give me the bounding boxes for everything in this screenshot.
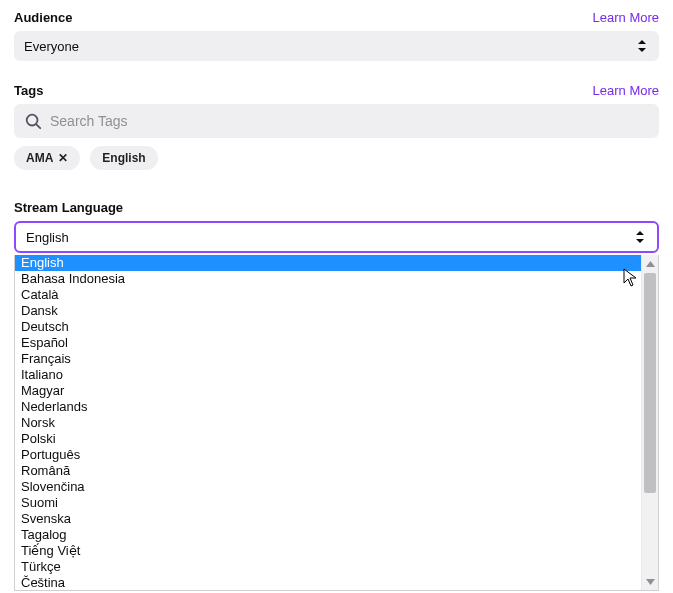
language-option[interactable]: Türkçe bbox=[15, 559, 641, 575]
dropdown-scrollbar[interactable] bbox=[641, 255, 658, 590]
scroll-thumb[interactable] bbox=[644, 273, 656, 493]
tags-label: Tags bbox=[14, 83, 43, 98]
stream-language-select-value: English bbox=[26, 230, 633, 245]
svg-point-0 bbox=[27, 115, 38, 126]
svg-line-1 bbox=[37, 125, 41, 129]
language-option[interactable]: English bbox=[15, 255, 641, 271]
language-option[interactable]: Bahasa Indonesia bbox=[15, 271, 641, 287]
language-option[interactable]: Català bbox=[15, 287, 641, 303]
scroll-down-button[interactable] bbox=[642, 573, 658, 590]
language-option[interactable]: Suomi bbox=[15, 495, 641, 511]
updown-caret-icon bbox=[635, 39, 649, 53]
tag-remove-icon[interactable]: ✕ bbox=[58, 151, 68, 165]
tags-search-input[interactable] bbox=[50, 113, 649, 129]
tags-search-field[interactable] bbox=[14, 104, 659, 138]
language-option[interactable]: Tiếng Việt bbox=[15, 543, 641, 559]
language-option[interactable]: Svenska bbox=[15, 511, 641, 527]
audience-learn-more-link[interactable]: Learn More bbox=[593, 10, 659, 25]
language-option[interactable]: Tagalog bbox=[15, 527, 641, 543]
audience-select[interactable]: Everyone bbox=[14, 31, 659, 61]
stream-language-label: Stream Language bbox=[14, 200, 123, 215]
language-option[interactable]: Norsk bbox=[15, 415, 641, 431]
updown-caret-icon bbox=[633, 230, 647, 244]
stream-language-select[interactable]: English bbox=[14, 221, 659, 253]
language-option[interactable]: Čeština bbox=[15, 575, 641, 590]
tag-chip-label: AMA bbox=[26, 151, 53, 165]
language-option[interactable]: Português bbox=[15, 447, 641, 463]
scroll-up-button[interactable] bbox=[642, 255, 658, 272]
language-option[interactable]: Español bbox=[15, 335, 641, 351]
language-option[interactable]: Nederlands bbox=[15, 399, 641, 415]
language-option[interactable]: Deutsch bbox=[15, 319, 641, 335]
tags-learn-more-link[interactable]: Learn More bbox=[593, 83, 659, 98]
language-option[interactable]: Magyar bbox=[15, 383, 641, 399]
tag-chip[interactable]: English bbox=[90, 146, 157, 170]
audience-select-value: Everyone bbox=[24, 39, 635, 54]
audience-label: Audience bbox=[14, 10, 73, 25]
language-option[interactable]: Français bbox=[15, 351, 641, 367]
language-option[interactable]: Română bbox=[15, 463, 641, 479]
stream-language-dropdown: EnglishBahasa IndonesiaCatalàDanskDeutsc… bbox=[14, 255, 659, 591]
tag-row: AMA✕English bbox=[14, 146, 659, 170]
search-icon bbox=[24, 112, 42, 130]
language-option[interactable]: Dansk bbox=[15, 303, 641, 319]
tag-chip-label: English bbox=[102, 151, 145, 165]
tag-chip[interactable]: AMA✕ bbox=[14, 146, 80, 170]
language-option[interactable]: Slovenčina bbox=[15, 479, 641, 495]
language-option[interactable]: Polski bbox=[15, 431, 641, 447]
language-option[interactable]: Italiano bbox=[15, 367, 641, 383]
